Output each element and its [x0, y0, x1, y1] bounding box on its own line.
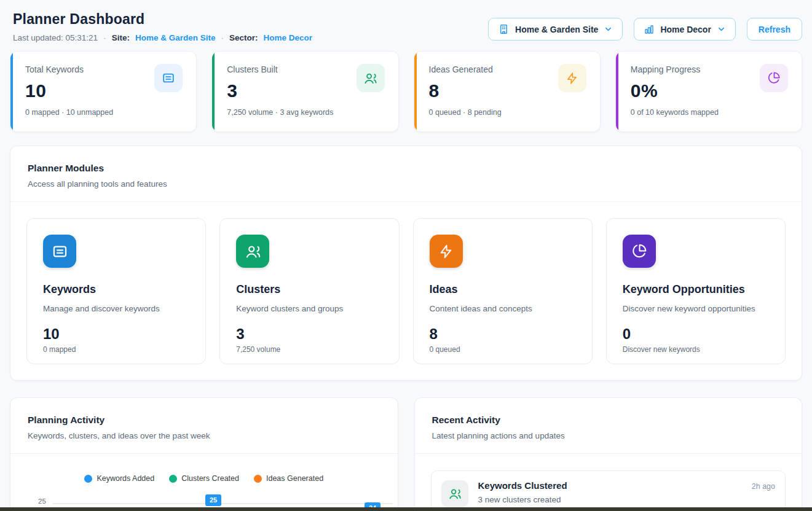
module-card-ideas[interactable]: Ideas Content ideas and concepts 8 0 que… — [413, 218, 593, 364]
site-label: Site: — [112, 33, 130, 42]
lightning-icon — [558, 64, 586, 92]
module-subtext: 0 mapped — [43, 345, 189, 354]
page-header: Planner Dashboard Last updated: 05:31:21… — [10, 11, 802, 42]
chevron-down-icon — [717, 25, 726, 34]
module-card-clusters[interactable]: Clusters Keyword clusters and groups 3 7… — [219, 218, 399, 364]
planning-activity-title: Planning Activity — [28, 415, 380, 426]
site-link[interactable]: Home & Garden Site — [135, 33, 216, 42]
module-value: 3 — [236, 326, 382, 343]
page-title: Planner Dashboard — [13, 11, 312, 28]
module-subtext: 0 queued — [430, 345, 576, 354]
stat-card-clusters-built: Clusters Built 3 7,250 volume · 3 avg ke… — [211, 51, 398, 132]
stat-subtext: 0 of 10 keywords mapped — [631, 108, 788, 117]
last-updated-text: Last updated: 05:31:21 — [13, 33, 98, 42]
header-left: Planner Dashboard Last updated: 05:31:21… — [13, 11, 312, 42]
module-card-keywords[interactable]: Keywords Manage and discover keywords 10… — [26, 218, 206, 364]
bottom-dark-strip — [0, 507, 812, 511]
document-lines-icon — [154, 64, 183, 92]
accent-stripe — [212, 52, 215, 131]
planner-dashboard-page: Planner Dashboard Last updated: 05:31:21… — [0, 0, 812, 511]
module-description: Content ideas and concepts — [430, 304, 576, 313]
pie-chart-icon — [623, 235, 656, 268]
stat-subtext: 0 mapped · 10 unmapped — [25, 108, 183, 117]
module-description: Manage and discover keywords — [43, 304, 189, 313]
site-selector-value: Home & Garden Site — [515, 25, 598, 34]
meta-separator: · — [221, 33, 224, 42]
stat-card-mapping-progress: Mapping Progress 0% 0 of 10 keywords map… — [615, 51, 802, 132]
recent-activity-subtitle: Latest planning actions and updates — [432, 431, 785, 440]
activity-item-title: Keywords Clustered — [478, 480, 567, 491]
planning-activity-panel: Planning Activity Keywords, clusters, an… — [10, 397, 398, 511]
chart-bars-icon — [644, 24, 655, 35]
recent-activity-title: Recent Activity — [432, 415, 785, 426]
module-description: Discover new keyword opportunities — [623, 304, 769, 313]
modules-subtitle: Access all planning tools and features — [28, 179, 784, 189]
module-value: 10 — [43, 326, 189, 343]
legend-label: Clusters Created — [181, 474, 239, 483]
header-controls: Home & Garden Site Home Decor Refresh — [488, 18, 802, 41]
lightning-icon — [430, 235, 463, 268]
header-meta: Last updated: 05:31:21 · Site: Home & Ga… — [13, 33, 312, 42]
accent-stripe — [616, 52, 618, 131]
legend-dot-icon — [254, 475, 262, 483]
y-axis-tick: 25 — [38, 497, 46, 505]
planner-modules-panel: Planner Modules Access all planning tool… — [10, 146, 802, 381]
activity-item-top: Keywords Clustered 2h ago — [478, 480, 776, 491]
recent-activity-panel: Recent Activity Latest planning actions … — [414, 397, 803, 511]
activity-list-item: Keywords Clustered 2h ago 3 new clusters… — [431, 470, 786, 511]
legend-dot-icon — [84, 475, 92, 483]
site-selector-dropdown[interactable]: Home & Garden Site — [488, 18, 623, 41]
document-lines-icon — [43, 235, 76, 268]
activity-item-content: Keywords Clustered 2h ago 3 new clusters… — [478, 480, 776, 504]
module-title: Ideas — [430, 283, 576, 296]
accent-stripe — [414, 52, 417, 131]
planning-activity-subtitle: Keywords, clusters, and ideas over the p… — [28, 431, 380, 440]
legend-item-keywords-added: Keywords Added — [84, 474, 154, 483]
recent-activity-header: Recent Activity Latest planning actions … — [415, 398, 802, 454]
data-point-label: 25 — [205, 494, 221, 506]
legend-label: Ideas Generated — [266, 474, 323, 483]
accent-stripe — [10, 52, 13, 131]
module-value: 8 — [430, 326, 576, 343]
users-icon — [236, 235, 269, 268]
sector-link[interactable]: Home Decor — [263, 33, 312, 42]
chart-legend: Keywords Added Clusters Created Ideas Ge… — [10, 474, 398, 483]
stat-card-ideas-generated: Ideas Generated 8 0 queued · 8 pending — [414, 51, 601, 132]
module-title: Keywords — [43, 283, 189, 296]
legend-item-ideas-generated: Ideas Generated — [254, 474, 323, 483]
module-description: Keyword clusters and groups — [236, 304, 382, 313]
sector-selector-dropdown[interactable]: Home Decor — [634, 18, 735, 41]
bottom-row: Planning Activity Keywords, clusters, an… — [10, 397, 802, 511]
activity-item-description: 3 new clusters created — [478, 495, 776, 504]
module-subtext: Discover new keywords — [623, 345, 769, 354]
stat-card-total-keywords: Total Keywords 10 0 mapped · 10 unmapped — [10, 51, 197, 132]
legend-item-clusters-created: Clusters Created — [169, 474, 239, 483]
planning-activity-header: Planning Activity Keywords, clusters, an… — [10, 398, 398, 454]
sector-label: Sector: — [229, 33, 258, 42]
module-title: Clusters — [236, 283, 382, 296]
refresh-button[interactable]: Refresh — [747, 18, 802, 41]
legend-dot-icon — [169, 475, 177, 483]
module-title: Keyword Opportunities — [623, 283, 769, 296]
recent-activity-list: Keywords Clustered 2h ago 3 new clusters… — [415, 454, 802, 511]
users-icon — [441, 480, 468, 507]
activity-item-timestamp: 2h ago — [752, 482, 775, 491]
stat-subtext: 7,250 volume · 3 avg keywords — [227, 108, 384, 117]
modules-title: Planner Modules — [28, 163, 784, 174]
stats-row: Total Keywords 10 0 mapped · 10 unmapped… — [10, 51, 802, 132]
sector-selector-value: Home Decor — [660, 25, 711, 34]
legend-label: Keywords Added — [97, 474, 154, 483]
modules-panel-header: Planner Modules Access all planning tool… — [10, 146, 802, 202]
module-card-keyword-opportunities[interactable]: Keyword Opportunities Discover new keywo… — [606, 218, 786, 364]
pie-chart-icon — [760, 64, 788, 92]
module-subtext: 7,250 volume — [236, 345, 382, 354]
users-icon — [357, 64, 385, 92]
stat-subtext: 0 queued · 8 pending — [429, 108, 586, 117]
module-value: 0 — [623, 326, 769, 343]
building-icon — [498, 23, 510, 35]
modules-grid: Keywords Manage and discover keywords 10… — [10, 202, 802, 380]
chevron-down-icon — [604, 25, 613, 34]
meta-separator: · — [103, 33, 106, 42]
